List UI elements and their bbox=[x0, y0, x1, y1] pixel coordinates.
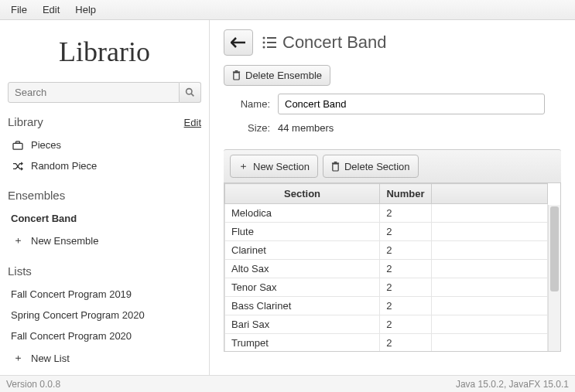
cell-blank bbox=[431, 223, 547, 241]
table-row[interactable]: Alto Sax2 bbox=[225, 260, 548, 278]
plus-icon: ＋ bbox=[11, 233, 25, 247]
form-area: Delete Ensemble Name: Size: 44 members bbox=[210, 65, 575, 149]
button-label: Delete Section bbox=[344, 161, 410, 172]
svg-rect-14 bbox=[332, 162, 339, 163]
table-row[interactable]: Melodica2 bbox=[225, 204, 548, 223]
sidebar-item-label: Random Piece bbox=[31, 160, 97, 172]
cell-number[interactable]: 2 bbox=[380, 204, 432, 223]
table-row[interactable]: Flute2 bbox=[225, 223, 548, 241]
table-row[interactable]: Tenor Sax2 bbox=[225, 278, 548, 297]
svg-rect-12 bbox=[235, 70, 238, 71]
delete-ensemble-button[interactable]: Delete Ensemble bbox=[224, 65, 330, 86]
size-row: Size: 44 members bbox=[224, 122, 561, 134]
svg-point-0 bbox=[187, 89, 192, 94]
table-row[interactable]: Bass Clarinet2 bbox=[225, 297, 548, 315]
table-row[interactable]: Trumpet2 bbox=[225, 334, 548, 353]
cell-section[interactable]: Flute bbox=[225, 223, 380, 241]
plus-icon: ＋ bbox=[238, 159, 248, 173]
cell-section[interactable]: Alto Sax bbox=[225, 260, 380, 278]
svg-rect-9 bbox=[267, 46, 276, 48]
ensembles-title: Ensembles bbox=[8, 189, 65, 202]
search-row bbox=[8, 82, 201, 103]
size-value: 44 members bbox=[278, 122, 334, 134]
new-section-button[interactable]: ＋ New Section bbox=[230, 155, 318, 178]
sidebar-item-label: Fall Concert Program 2020 bbox=[11, 330, 132, 342]
sidebar-item-pieces[interactable]: Pieces bbox=[8, 135, 201, 155]
section-toolbar: ＋ New Section Delete Section bbox=[224, 149, 561, 183]
status-version: Version 0.0.8 bbox=[6, 379, 60, 390]
new-list-button[interactable]: ＋ New List bbox=[8, 346, 201, 370]
ensembles-header: Ensembles bbox=[8, 189, 201, 202]
search-button[interactable] bbox=[180, 82, 201, 103]
sidebar-item-label: Fall Concert Program 2019 bbox=[11, 288, 132, 300]
sidebar-item-label: New List bbox=[31, 353, 70, 364]
svg-rect-7 bbox=[267, 42, 276, 43]
col-number[interactable]: Number bbox=[380, 184, 432, 204]
menu-help[interactable]: Help bbox=[67, 1, 104, 19]
library-edit-link[interactable]: Edit bbox=[184, 117, 201, 128]
col-section[interactable]: Section bbox=[225, 184, 380, 204]
cell-blank bbox=[431, 297, 547, 315]
sidebar-item-random[interactable]: Random Piece bbox=[8, 155, 201, 176]
back-button[interactable] bbox=[224, 29, 253, 56]
status-bar: Version 0.0.8 Java 15.0.2, JavaFX 15.0.1 bbox=[0, 375, 575, 392]
cell-section[interactable]: Tenor Sax bbox=[225, 278, 380, 297]
plus-icon: ＋ bbox=[11, 351, 25, 365]
search-icon bbox=[185, 87, 195, 97]
svg-point-6 bbox=[263, 42, 265, 44]
svg-rect-5 bbox=[267, 37, 276, 39]
search-input[interactable] bbox=[8, 82, 180, 103]
button-label: Delete Ensemble bbox=[245, 70, 322, 81]
cell-number[interactable]: 2 bbox=[380, 315, 432, 334]
name-input[interactable] bbox=[278, 94, 545, 114]
cell-number[interactable]: 2 bbox=[380, 278, 432, 297]
svg-rect-3 bbox=[15, 141, 19, 143]
cell-number[interactable]: 2 bbox=[380, 297, 432, 315]
svg-rect-13 bbox=[333, 163, 338, 170]
svg-rect-2 bbox=[13, 143, 22, 149]
sidebar-item-label: New Ensemble bbox=[31, 235, 98, 247]
cell-section[interactable]: Clarinet bbox=[225, 241, 380, 260]
menu-file[interactable]: File bbox=[3, 1, 35, 19]
cell-blank bbox=[431, 241, 547, 260]
cell-number[interactable]: 2 bbox=[380, 260, 432, 278]
new-ensemble-button[interactable]: ＋ New Ensemble bbox=[8, 229, 201, 252]
briefcase-icon bbox=[11, 141, 25, 150]
cell-number[interactable]: 2 bbox=[380, 241, 432, 260]
cell-blank bbox=[431, 315, 547, 334]
sidebar-item-list[interactable]: Fall Concert Program 2019 bbox=[8, 284, 201, 305]
cell-number[interactable]: 2 bbox=[380, 334, 432, 353]
app-logo: Librario bbox=[8, 20, 201, 82]
trash-icon bbox=[331, 162, 340, 172]
scrollbar-thumb[interactable] bbox=[550, 206, 559, 291]
sidebar-item-concert-band[interactable]: Concert Band bbox=[8, 208, 201, 229]
svg-point-4 bbox=[263, 37, 265, 39]
table-scrollbar[interactable] bbox=[548, 205, 560, 351]
cell-blank bbox=[431, 204, 547, 223]
sidebar-item-label: Spring Concert Program 2020 bbox=[11, 309, 145, 321]
delete-section-button[interactable]: Delete Section bbox=[323, 155, 419, 178]
cell-section[interactable]: Bari Sax bbox=[225, 315, 380, 334]
svg-line-1 bbox=[191, 94, 193, 96]
cell-number[interactable]: 2 bbox=[380, 223, 432, 241]
page-title: Concert Band bbox=[282, 32, 387, 53]
trash-icon bbox=[232, 70, 241, 80]
name-row: Name: bbox=[224, 94, 561, 114]
cell-section[interactable]: Melodica bbox=[225, 204, 380, 223]
sections-table-wrap: Section Number Melodica2Flute2Clarinet2A… bbox=[224, 183, 561, 352]
sidebar-item-list[interactable]: Fall Concert Program 2020 bbox=[8, 326, 201, 346]
sidebar-item-label: Concert Band bbox=[11, 213, 77, 224]
list-icon bbox=[262, 36, 276, 49]
cell-section[interactable]: Trumpet bbox=[225, 334, 380, 353]
page-title-row: Concert Band bbox=[262, 32, 387, 53]
table-row[interactable]: Clarinet2 bbox=[225, 241, 548, 260]
sidebar: Librario Library Edit Pieces Random Piec… bbox=[0, 20, 209, 375]
cell-blank bbox=[431, 278, 547, 297]
sections-table: Section Number Melodica2Flute2Clarinet2A… bbox=[224, 183, 548, 352]
button-label: New Section bbox=[253, 161, 310, 172]
sidebar-item-list[interactable]: Spring Concert Program 2020 bbox=[8, 305, 201, 326]
menu-edit[interactable]: Edit bbox=[35, 1, 67, 19]
library-title: Library bbox=[8, 115, 43, 128]
table-row[interactable]: Bari Sax2 bbox=[225, 315, 548, 334]
cell-section[interactable]: Bass Clarinet bbox=[225, 297, 380, 315]
